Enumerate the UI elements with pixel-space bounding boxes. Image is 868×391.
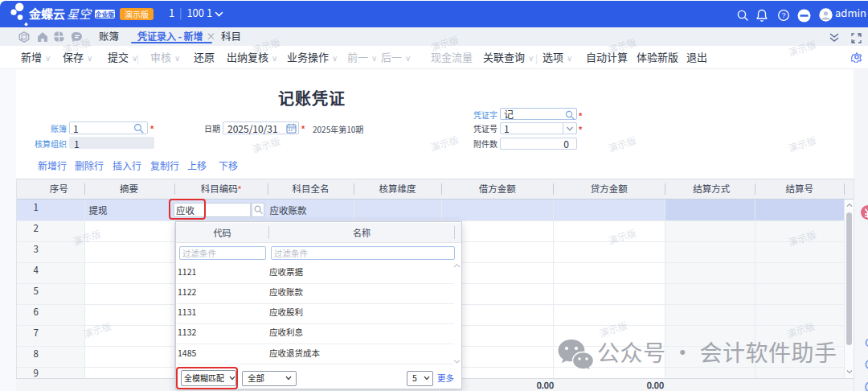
svg-text:?: ? (781, 11, 785, 19)
